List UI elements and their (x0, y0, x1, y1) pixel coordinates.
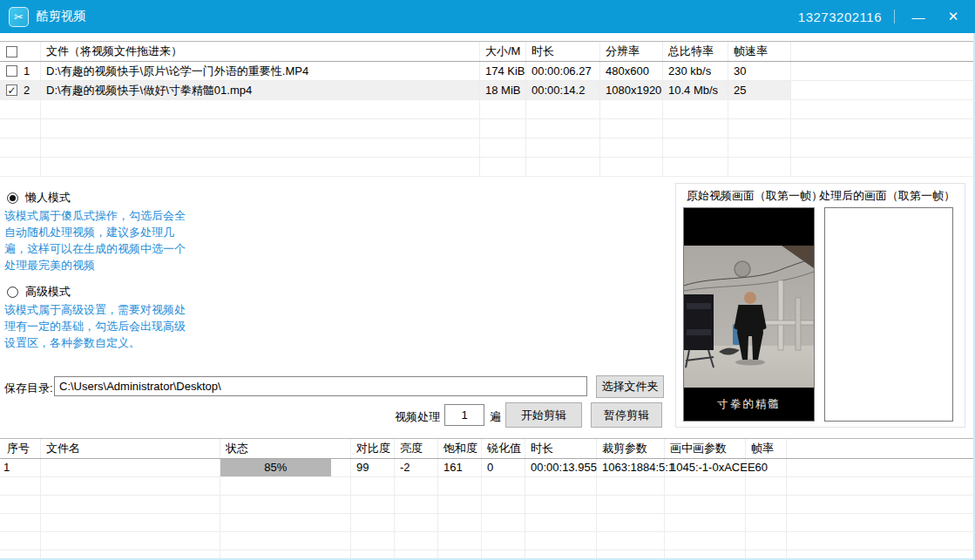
task-table-empty-rows (0, 477, 975, 560)
scissors-icon-glyph: ✂ (14, 11, 24, 23)
file-framerate: 30 (728, 62, 791, 80)
col-duration[interactable]: 时长 (526, 42, 600, 61)
save-dir-input[interactable]: C:\Users\Administrator\Desktop\ (54, 376, 587, 396)
desc-line: 遍，这样可以在生成的视频中选一个 (4, 240, 218, 257)
empty-row (0, 532, 975, 550)
progress-label: 85% (264, 459, 287, 476)
desc-line: 该模式属于傻瓜式操作，勾选后会全 (4, 207, 218, 224)
start-cut-button[interactable]: 开始剪辑 (505, 402, 582, 428)
col-size[interactable]: 大小/M (480, 42, 526, 61)
save-dir-label: 保存目录: (4, 381, 53, 396)
file-bitrate: 230 kb/s (663, 62, 728, 80)
empty-row (0, 158, 975, 177)
desc-line: 处理最完美的视频 (4, 257, 218, 273)
col-framerate[interactable]: 帧速率 (728, 42, 791, 61)
task-pip-params: 1045:-1-0xACEE60 (665, 459, 746, 476)
file-duration: 00:00:06.27 (526, 62, 600, 80)
file-table: 文件（将视频文件拖进来） 大小/M 时长 分辨率 总比特率 帧速率 1 D:\有… (0, 41, 975, 177)
col-resolution[interactable]: 分辨率 (600, 42, 663, 61)
task-row-1[interactable]: 1 85% 99 -2 161 0 00:00:13.955 1063:1884… (0, 459, 975, 477)
task-saturation: 161 (438, 459, 482, 476)
task-table-header: 序号 文件名 状态 对比度 亮度 饱和度 锐化值 时长 裁剪参数 画中画参数 帧… (0, 438, 975, 459)
empty-row (0, 100, 975, 119)
file-row-checkbox[interactable] (6, 65, 17, 77)
col-crop-params[interactable]: 裁剪参数 (597, 439, 665, 458)
process-count-label: 视频处理 (395, 409, 440, 425)
empty-row (0, 119, 975, 138)
file-row-checkbox[interactable]: ✓ (6, 84, 17, 96)
advanced-mode-option[interactable]: 高级模式 (7, 284, 71, 300)
processed-preview-label: 处理后的画面（取第一帧） (819, 188, 955, 204)
pause-cut-button[interactable]: 暂停剪辑 (591, 402, 662, 428)
col-frames[interactable]: 帧率 (746, 439, 787, 458)
col-filename[interactable]: 文件名 (41, 439, 220, 458)
task-brightness: -2 (395, 459, 438, 476)
task-table: 序号 文件名 状态 对比度 亮度 饱和度 锐化值 时长 裁剪参数 画中画参数 帧… (0, 438, 975, 560)
task-crop-params: 1063:1884:5:1 (597, 459, 665, 476)
file-row-index: 2 (24, 81, 30, 99)
task-contrast: 99 (351, 459, 395, 476)
task-duration: 00:00:13.955 (525, 459, 597, 476)
original-preview-panel: 寸拳的精髓 (683, 207, 815, 422)
titlebar-separator (894, 10, 895, 24)
task-index: 1 (0, 459, 41, 476)
file-size: 174 KiB (480, 62, 526, 80)
file-table-empty-rows (0, 100, 975, 177)
file-path: D:\有趣的视频快手\原片\论学一门外语的重要性.MP4 (41, 62, 480, 80)
task-status-cell: 85% (220, 459, 351, 476)
empty-row (0, 514, 975, 532)
file-table-header: 文件（将视频文件拖进来） 大小/M 时长 分辨率 总比特率 帧速率 (0, 41, 975, 62)
process-count-input[interactable]: 1 (444, 404, 484, 426)
file-row-index: 1 (24, 62, 30, 80)
video-frame-caption: 寸拳的精髓 (684, 388, 814, 421)
col-bitrate[interactable]: 总比特率 (663, 42, 728, 61)
empty-row (0, 138, 975, 158)
process-unit-label: 遍 (490, 409, 501, 425)
lazy-mode-option[interactable]: 懒人模式 (7, 190, 71, 206)
app-window: ✂ 酷剪视频 13273202116 — ✕ 文件（将视频文件拖进来） 大小/M… (0, 0, 975, 560)
file-path: D:\有趣的视频快手\做好\寸拳精髓01.mp4 (41, 81, 480, 99)
desc-line: 自动随机处理视频，建议多处理几 (4, 224, 218, 240)
task-frames (746, 459, 787, 476)
file-duration: 00:00:14.2 (526, 81, 600, 99)
desc-line: 理有一定的基础，勾选后会出现高级 (4, 318, 218, 334)
file-resolution: 1080x1920 (600, 81, 663, 99)
progress-bar-fill: 85% (220, 459, 331, 476)
processed-preview-panel (824, 207, 953, 422)
file-bitrate: 10.4 Mb/s (663, 81, 728, 99)
desc-line: 设置区，各种参数自定义。 (4, 334, 218, 351)
lazy-mode-description: 该模式属于傻瓜式操作，勾选后会全 自动随机处理视频，建议多处理几 遍，这样可以在… (4, 207, 218, 273)
preview-groupbox: 原始视频画面（取第一帧） 处理后的画面（取第一帧） (675, 183, 965, 428)
video-frame-image (684, 246, 814, 388)
scissors-app-icon: ✂ (9, 7, 29, 27)
col-sharpen[interactable]: 锐化值 (482, 439, 525, 458)
col-status[interactable]: 状态 (220, 439, 351, 458)
window-title: 酷剪视频 (37, 9, 85, 24)
file-resolution: 480x600 (600, 62, 663, 80)
select-all-checkbox[interactable] (6, 46, 17, 57)
file-size: 18 MiB (480, 81, 526, 99)
contact-phone-number: 13273202116 (798, 10, 882, 24)
file-row-1[interactable]: 1 D:\有趣的视频快手\原片\论学一门外语的重要性.MP4 174 KiB 0… (0, 62, 975, 81)
empty-row (0, 477, 975, 496)
col-brightness[interactable]: 亮度 (395, 439, 438, 458)
advanced-mode-radio[interactable] (7, 287, 18, 298)
lazy-mode-label: 懒人模式 (25, 190, 71, 206)
task-sharpen: 0 (482, 459, 525, 476)
col-contrast[interactable]: 对比度 (351, 439, 395, 458)
titlebar: ✂ 酷剪视频 13273202116 — ✕ (0, 0, 975, 33)
col-file[interactable]: 文件（将视频文件拖进来） (41, 42, 480, 61)
close-button[interactable]: ✕ (942, 9, 965, 24)
original-preview-label: 原始视频画面（取第一帧） (687, 188, 823, 204)
file-framerate: 25 (728, 81, 791, 99)
choose-folder-button[interactable]: 选择文件夹 (596, 375, 664, 398)
col-saturation[interactable]: 饱和度 (438, 439, 482, 458)
empty-row (0, 496, 975, 514)
col-index[interactable]: 序号 (0, 439, 41, 458)
col-duration[interactable]: 时长 (525, 439, 597, 458)
col-pip-params[interactable]: 画中画参数 (665, 439, 746, 458)
file-row-2[interactable]: ✓ 2 D:\有趣的视频快手\做好\寸拳精髓01.mp4 18 MiB 00:0… (0, 81, 975, 100)
advanced-mode-label: 高级模式 (25, 284, 71, 300)
lazy-mode-radio[interactable] (7, 192, 18, 204)
minimize-button[interactable]: — (907, 10, 930, 24)
